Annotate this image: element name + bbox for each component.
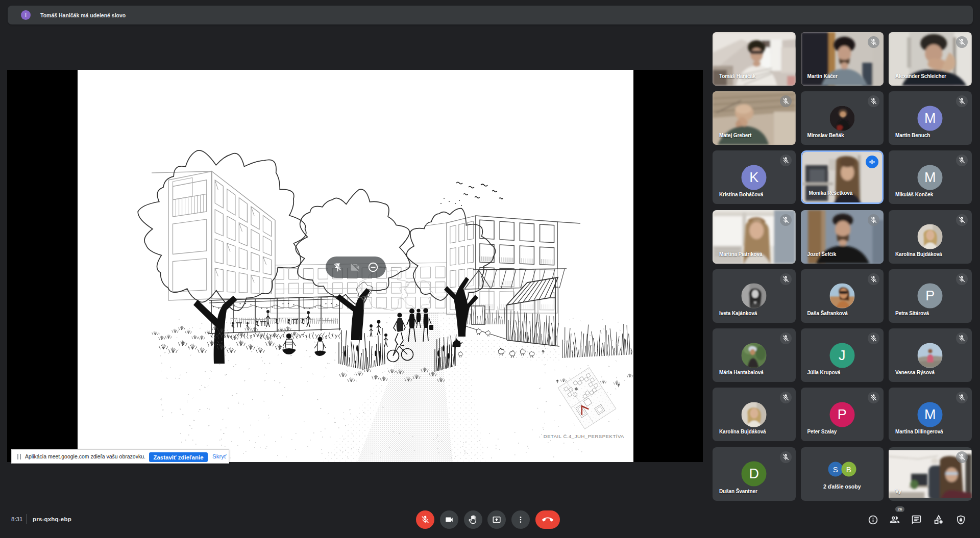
svg-text:DETAIL Č.4_JUH_PERSPEKTÍVA: DETAIL Č.4_JUH_PERSPEKTÍVA [544, 433, 624, 439]
